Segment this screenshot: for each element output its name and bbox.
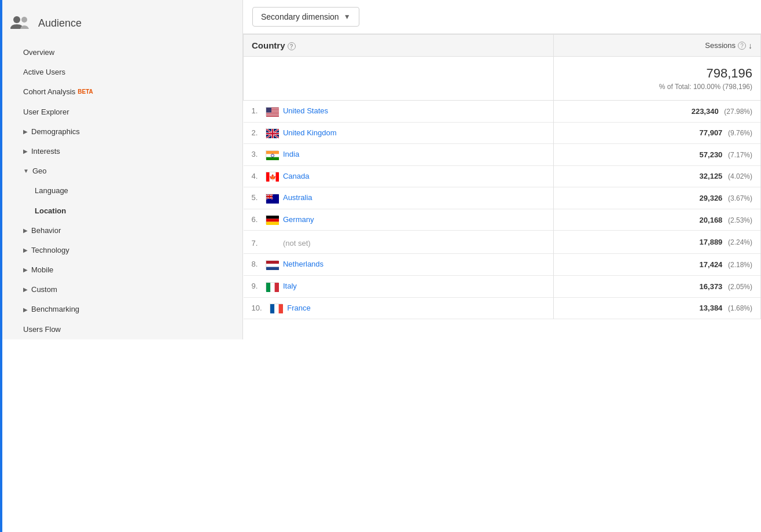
country-link[interactable]: Canada [283,172,310,180]
sessions-value: 57,230 [700,150,723,159]
sidebar-item-users-flow[interactable]: Users Flow [0,320,242,339]
row-number: 10. [252,304,268,312]
sidebar-item-location[interactable]: Location [0,201,242,221]
sessions-pct: (27.98%) [724,108,752,116]
sessions-cell: 13,384 (1.68%) [554,297,761,319]
svg-rect-26 [266,216,279,219]
svg-rect-33 [270,283,274,292]
sidebar-item-technology[interactable]: ▶ Technology [0,241,242,260]
sidebar-item-demographics[interactable]: ▶ Demographics [0,122,242,142]
country-help-icon[interactable]: ? [288,42,296,50]
svg-rect-35 [270,304,274,313]
triangle-icon: ▶ [23,306,28,314]
svg-rect-11 [266,114,279,114]
triangle-icon: ▶ [23,147,28,156]
sessions-cell: 57,230 (7.17%) [554,144,761,166]
country-link[interactable]: United Kingdom [283,128,337,137]
sidebar-item-interests[interactable]: ▶ Interests [0,142,242,161]
triangle-icon: ▶ [23,227,28,235]
toolbar: Secondary dimension ▼ [243,0,761,34]
triangle-icon: ▼ [23,167,29,175]
behavior-label: Behavior [31,226,61,236]
country-link[interactable]: United States [283,106,328,115]
svg-text:🍁: 🍁 [269,173,277,181]
sidebar-item-cohort-analysis[interactable]: Cohort AnalysisBETA [0,82,242,102]
svg-rect-34 [275,283,279,292]
country-link[interactable]: Germany [283,215,314,224]
row-number: 9. [252,282,264,290]
active-users-label: Active Users [23,67,65,77]
table-row: 10. France 13,384 (1.68%) [244,297,761,319]
sort-arrow-icon[interactable]: ↓ [748,41,752,50]
svg-rect-36 [275,304,279,313]
overview-label: Overview [23,47,54,58]
table-row: 4. 🍁Canada 32,125 (4.02%) [244,165,761,187]
sessions-pct: (3.67%) [728,194,752,202]
sidebar-item-active-users[interactable]: Active Users [0,62,242,82]
custom-label: Custom [31,285,57,295]
row-number: 8. [252,260,264,268]
country-link[interactable]: Australia [283,193,313,202]
sidebar-item-language[interactable]: Language [0,181,242,201]
sidebar-item-mobile[interactable]: ▶ Mobile [0,260,242,280]
sidebar-item-overview[interactable]: Overview [0,43,242,62]
sessions-cell: 20,168 (2.53%) [554,209,761,231]
svg-rect-31 [266,267,279,270]
sessions-pct: (9.76%) [728,129,752,137]
table-row: 9. Italy 16,373 (2.05%) [244,275,761,297]
secondary-dimension-button[interactable]: Secondary dimension ▼ [252,7,359,27]
sessions-help-icon[interactable]: ? [738,42,746,50]
table-row: 6. Germany 20,168 (2.53%) [244,209,761,231]
total-sessions-cell: 798,196 % of Total: 100.00% (798,196) [554,57,761,101]
sessions-label: Sessions [705,41,736,50]
country-label: Country [252,40,285,50]
row-number: 3. [252,150,264,158]
flag-icon [266,260,278,269]
sidebar-title: Audience [38,17,82,29]
svg-rect-14 [266,116,279,116]
data-table-container: Country ? Sessions ? ↓ [243,34,761,532]
svg-rect-12 [266,114,279,115]
sessions-value: 223,340 [692,107,719,116]
svg-rect-28 [266,222,279,225]
row-number: 5. [252,193,264,202]
sidebar-item-benchmarking[interactable]: ▶ Benchmarking [0,300,242,319]
users-flow-label: Users Flow [23,324,61,335]
country-link[interactable]: Netherlands [283,260,323,268]
sessions-pct: (2.53%) [728,216,752,224]
benchmarking-label: Benchmarking [31,304,79,315]
sessions-cell: 29,326 (3.67%) [554,187,761,209]
audience-icon [9,13,30,34]
country-link[interactable]: France [287,304,310,312]
sessions-cell: 17,889 (2.24%) [554,231,761,254]
row-number: 4. [252,172,264,180]
country-link[interactable]: Italy [283,282,297,290]
row-number: 1. [252,106,264,115]
sidebar-item-geo[interactable]: ▼ Geo [0,161,242,181]
flag-icon [266,215,278,224]
sidebar-item-behavior[interactable]: ▶ Behavior [0,221,242,241]
svg-rect-29 [266,261,279,264]
sessions-cell: 77,907 (9.76%) [554,122,761,144]
total-pct-label: % of Total: 100.00% (798,196) [562,83,752,91]
sessions-cell: 17,424 (2.18%) [554,254,761,276]
sidebar-header: Audience [0,6,242,43]
sessions-value: 16,373 [700,282,723,291]
rank-cell: 5. Australia [244,187,554,209]
table-row: 3. India 57,230 (7.17%) [244,144,761,166]
sidebar-item-custom[interactable]: ▶ Custom [0,280,242,300]
sessions-value: 17,424 [700,260,723,269]
technology-label: Technology [31,245,69,256]
triangle-icon: ▶ [23,286,28,294]
sessions-value: 29,326 [700,194,723,202]
rank-cell: 1. United States [244,101,554,123]
secondary-dimension-label: Secondary dimension [261,12,339,21]
total-row: 798,196 % of Total: 100.00% (798,196) [244,57,761,101]
svg-rect-37 [279,304,283,313]
flag-icon [266,282,278,291]
country-link[interactable]: India [283,150,299,158]
svg-rect-15 [266,108,271,113]
triangle-icon: ▶ [23,266,28,274]
sidebar-item-user-explorer[interactable]: User Explorer [0,102,242,122]
table-row: 8. Netherlands 17,424 (2.18%) [244,254,761,276]
